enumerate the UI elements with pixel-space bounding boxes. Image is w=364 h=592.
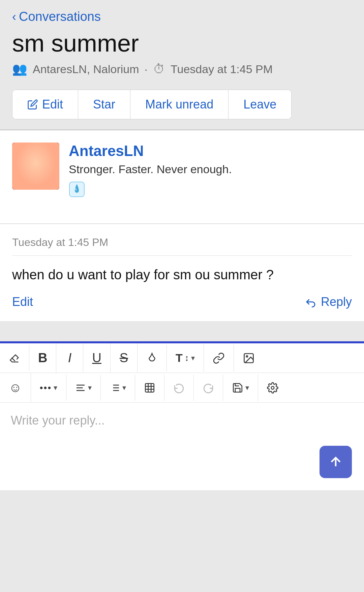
profile-name[interactable]: AntaresLN xyxy=(69,143,352,159)
star-button[interactable]: Star xyxy=(78,90,130,119)
svg-rect-1 xyxy=(19,168,53,190)
svg-point-16 xyxy=(25,164,28,169)
emoji-button[interactable]: ☺ xyxy=(0,373,31,402)
align-button[interactable]: ▾ xyxy=(66,375,101,401)
edit-button-label: Edit xyxy=(42,97,63,112)
section-gap xyxy=(0,321,364,341)
profile-status: Stronger. Faster. Never enough. xyxy=(69,163,352,176)
svg-point-21 xyxy=(246,355,248,357)
star-button-label: Star xyxy=(93,97,115,112)
toolbar-row-2: ☺ ••• ▾ ▾ xyxy=(0,373,364,402)
svg-rect-2 xyxy=(22,167,49,177)
svg-rect-31 xyxy=(145,383,154,392)
undo-icon xyxy=(173,382,185,394)
redo-icon xyxy=(203,382,214,394)
bold-button[interactable]: B xyxy=(29,343,56,373)
editor-section: B I U S T ↕ ▾ xyxy=(0,341,364,490)
profile-info: AntaresLN Stronger. Faster. Never enough… xyxy=(69,143,352,201)
editor-toolbar: B I U S T ↕ ▾ xyxy=(0,343,364,403)
settings-icon xyxy=(267,382,278,394)
eraser-icon xyxy=(9,352,20,364)
profile-arrow xyxy=(34,210,50,221)
message-edit-label: Edit xyxy=(12,295,33,309)
edit-button[interactable]: Edit xyxy=(12,90,78,119)
emoji-icon: ☺ xyxy=(9,380,22,395)
strikethrough-icon: S xyxy=(120,351,128,365)
message-content: when do u want to play for sm ou summer … xyxy=(12,265,352,284)
svg-point-9 xyxy=(29,163,34,168)
profile-section: AntaresLN Stronger. Faster. Never enough… xyxy=(0,130,364,210)
message-section: Tuesday at 1:45 PM when do u want to pla… xyxy=(0,224,364,321)
conversation-meta: 👥 AntaresLN, Nalorium · ⏱ Tuesday at 1:4… xyxy=(12,62,352,76)
avatar xyxy=(12,143,59,190)
message-reply-label: Reply xyxy=(321,295,352,309)
list-icon xyxy=(110,382,120,393)
list-button[interactable]: ▾ xyxy=(101,375,135,401)
svg-marker-8 xyxy=(25,145,33,153)
table-button[interactable] xyxy=(135,375,164,401)
align-dropdown-icon: ▾ xyxy=(88,383,92,392)
clock-icon: ⏱ xyxy=(153,62,165,76)
more-dropdown-icon: ▾ xyxy=(54,383,57,392)
underline-button[interactable]: U xyxy=(83,343,110,373)
underline-icon: U xyxy=(92,351,101,365)
color-button[interactable] xyxy=(138,345,167,371)
conversation-title: sm summer xyxy=(12,30,352,57)
back-nav[interactable]: ‹ Conversations xyxy=(12,9,352,24)
svg-rect-0 xyxy=(12,143,59,190)
submit-arrow-icon xyxy=(328,455,343,469)
svg-marker-7 xyxy=(42,145,49,155)
editor-wrapper: Write your reply... xyxy=(0,403,364,490)
participants-text: AntaresLN, Nalorium xyxy=(33,63,139,76)
svg-point-17 xyxy=(43,164,47,169)
strikethrough-button[interactable]: S xyxy=(111,343,138,373)
more-button[interactable]: ••• ▾ xyxy=(31,375,66,401)
avatar-svg xyxy=(12,143,59,190)
leave-button-label: Leave xyxy=(243,97,276,112)
svg-point-12 xyxy=(39,164,41,167)
save-dropdown-icon: ▾ xyxy=(245,383,249,392)
redo-button[interactable] xyxy=(194,375,223,401)
italic-icon: I xyxy=(68,351,72,365)
link-icon xyxy=(213,352,225,364)
svg-marker-5 xyxy=(21,146,31,154)
profile-section-wrapper: AntaresLN Stronger. Faster. Never enough… xyxy=(0,130,364,224)
leave-button[interactable]: Leave xyxy=(229,90,291,119)
toolbar-row-1: B I U S T ↕ ▾ xyxy=(0,343,364,373)
svg-point-13 xyxy=(32,164,33,165)
text-size-button[interactable]: T ↕ ▾ xyxy=(167,344,204,372)
eraser-button[interactable] xyxy=(0,345,29,371)
header-section: ‹ Conversations sm summer 👥 AntaresLN, N… xyxy=(0,0,364,129)
submit-button[interactable] xyxy=(320,446,352,478)
svg-point-4 xyxy=(25,148,47,167)
message-edit-button[interactable]: Edit xyxy=(12,295,33,309)
avatar-image xyxy=(12,143,59,190)
message-reply-button[interactable]: Reply xyxy=(305,295,352,309)
undo-button[interactable] xyxy=(164,375,194,401)
mark-unread-button[interactable]: Mark unread xyxy=(130,90,229,119)
list-dropdown-icon: ▾ xyxy=(122,383,126,392)
italic-button[interactable]: I xyxy=(56,343,83,373)
action-buttons-group: Edit Star Mark unread Leave xyxy=(12,90,292,119)
svg-point-3 xyxy=(26,155,45,176)
settings-button[interactable] xyxy=(258,375,287,401)
bold-icon: B xyxy=(38,351,47,365)
svg-point-15 xyxy=(35,167,37,169)
meta-dot: · xyxy=(145,63,148,76)
link-button[interactable] xyxy=(204,345,234,372)
participants-icon: 👥 xyxy=(12,62,27,76)
svg-point-14 xyxy=(40,164,41,165)
profile-emoji xyxy=(69,181,352,201)
message-timestamp: Tuesday at 1:45 PM xyxy=(12,236,352,256)
back-label: Conversations xyxy=(19,9,101,24)
save-button[interactable]: ▾ xyxy=(223,375,258,401)
image-icon xyxy=(243,352,255,364)
save-icon xyxy=(232,382,243,394)
text-size-dropdown-icon: ▾ xyxy=(191,354,195,363)
svg-point-36 xyxy=(271,386,274,389)
mark-unread-label: Mark unread xyxy=(145,97,213,112)
editor-area[interactable]: Write your reply... xyxy=(0,403,364,490)
svg-point-10 xyxy=(38,163,42,168)
align-icon xyxy=(75,382,86,393)
image-button[interactable] xyxy=(234,345,264,372)
